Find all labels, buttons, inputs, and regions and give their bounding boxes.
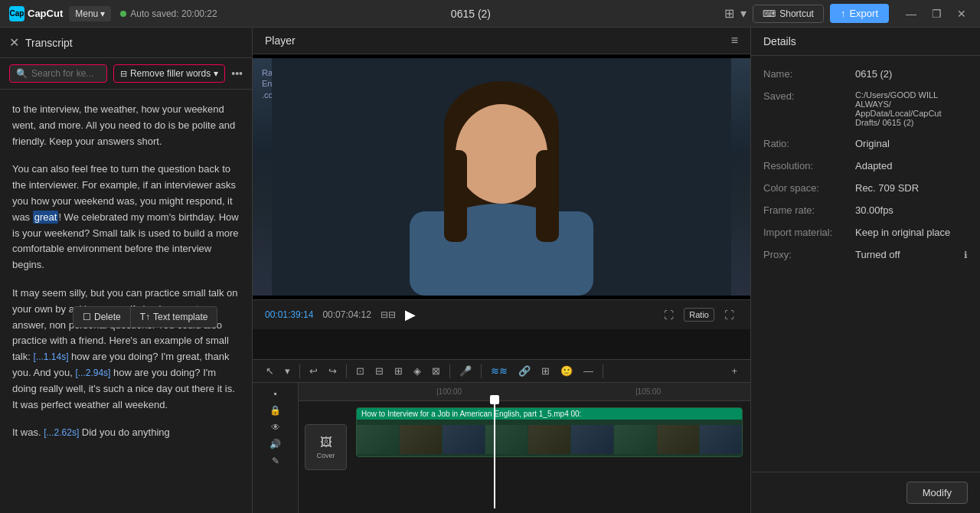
detail-value-proxy: Turned off bbox=[855, 249, 964, 260]
detail-label-framerate: Frame rate: bbox=[763, 204, 855, 216]
cover-label: Cover bbox=[316, 452, 335, 459]
timeline-sidebar: ▪ 🔒 👁 🔊 ✎ bbox=[253, 383, 299, 513]
delete-button[interactable]: ☐ Delete bbox=[74, 307, 131, 327]
ruler-mark-1: |100:00 bbox=[436, 387, 462, 396]
link-button[interactable]: 🔗 bbox=[514, 363, 534, 379]
detail-label-resolution: Resolution: bbox=[763, 160, 855, 172]
edit-button[interactable]: ✎ bbox=[256, 453, 295, 469]
text-template-icon: T↑ bbox=[140, 312, 150, 322]
toolbar-separator-3 bbox=[449, 364, 450, 378]
titlebar-right: ⊞ ▾ ⌨ Shortcut ↑ Export — ❐ ✕ bbox=[724, 4, 971, 23]
thumbnail-4 bbox=[485, 425, 528, 454]
timeline-toolbar: ↖ ▾ ↩ ↪ ⊡ ⊟ ⊞ ◈ ⊠ 🎤 ≋≋ 🔗 ⊞ 🙂 — + bbox=[253, 359, 750, 383]
player-menu-icon[interactable]: ≡ bbox=[731, 34, 738, 47]
lock-button[interactable]: 🔒 bbox=[256, 403, 295, 418]
project-title: 0615 (2) bbox=[217, 8, 725, 20]
detail-row-resolution: Resolution: Adapted bbox=[763, 160, 968, 172]
detail-value-import: Keep in original place bbox=[855, 227, 968, 238]
detail-value-name: 0615 (2) bbox=[855, 68, 968, 80]
transcript-close-button[interactable]: ✕ bbox=[9, 35, 19, 50]
clip-thumbnails bbox=[357, 425, 742, 454]
trim-right-button[interactable]: ⊞ bbox=[390, 363, 407, 379]
thumbnail-1 bbox=[357, 425, 399, 454]
transcript-paragraph-4: It was. [...2.62s] Did you do anything bbox=[12, 425, 240, 441]
visibility-button[interactable]: 👁 bbox=[256, 420, 295, 435]
thumbnail-5 bbox=[528, 425, 570, 454]
detail-label-ratio: Ratio: bbox=[763, 138, 855, 149]
detail-label-colorspace: Color space: bbox=[763, 182, 855, 194]
cover-button[interactable]: 🖼 How to Interview for a Job in American… bbox=[305, 424, 347, 470]
redo-button[interactable]: ↪ bbox=[325, 363, 341, 379]
remove-filler-words-button[interactable]: ⊟ Remove filler words ▾ bbox=[113, 64, 225, 83]
detail-row-ratio: Ratio: Original bbox=[763, 138, 968, 149]
timeline-clip[interactable]: How to Interview for a Job in American E… bbox=[356, 407, 743, 457]
fullscreen-button[interactable]: ⛶ bbox=[720, 308, 738, 322]
ruler-mark-2: |105:00 bbox=[635, 387, 661, 396]
transcript-paragraph-1: to the interview, the weather, how your … bbox=[12, 102, 240, 149]
keyframe-button[interactable]: ◈ bbox=[410, 363, 425, 379]
clip-label: How to Interview for a Job in American E… bbox=[357, 408, 742, 420]
svg-point-4 bbox=[456, 104, 547, 204]
transcript-paragraph-2: You can also feel free to turn the quest… bbox=[12, 162, 240, 273]
export-button[interactable]: ↑ Export bbox=[830, 4, 889, 23]
timeline-main: |100:00 |105:00 |10:00 🖼 How to Intervie… bbox=[299, 383, 750, 513]
snap-button[interactable]: ⊞ bbox=[537, 363, 554, 379]
detail-value-ratio: Original bbox=[855, 138, 968, 149]
select-tool-button[interactable]: ↖ bbox=[262, 363, 278, 379]
minimize-button[interactable]: — bbox=[901, 6, 921, 21]
playhead-top bbox=[490, 395, 499, 404]
audio-waveform-button[interactable]: ≋≋ bbox=[487, 363, 511, 379]
controls-right: ⛶ Ratio ⛶ bbox=[660, 308, 738, 322]
zoom-out-button[interactable]: + bbox=[727, 363, 741, 379]
close-button[interactable]: ✕ bbox=[952, 6, 971, 21]
monitor-icon: ⊞ bbox=[724, 6, 734, 21]
trim-left-button[interactable]: ⊟ bbox=[371, 363, 387, 379]
window-controls: — ❐ ✕ bbox=[901, 6, 971, 21]
player-area: Player ≡ Rachels English .com bbox=[253, 28, 750, 359]
ratio-button[interactable]: Ratio bbox=[684, 308, 714, 322]
video-placeholder: Rachels English .com bbox=[253, 58, 750, 296]
transcript-header: ✕ Transcript bbox=[0, 28, 252, 58]
detail-value-framerate: 30.00fps bbox=[855, 204, 968, 216]
logo-icon: Cap bbox=[9, 6, 24, 21]
person-svg bbox=[253, 58, 750, 296]
chevron-down-icon: ▾ bbox=[740, 6, 746, 21]
toolbar-separator-1 bbox=[299, 364, 300, 378]
detail-label-saved: Saved: bbox=[763, 90, 855, 127]
crop-button[interactable]: ⛶ bbox=[660, 308, 678, 322]
search-input[interactable] bbox=[31, 68, 100, 79]
audio-button[interactable]: 🔊 bbox=[256, 436, 295, 452]
more-options-button[interactable]: ••• bbox=[231, 67, 243, 80]
undo-button[interactable]: ↩ bbox=[305, 363, 322, 379]
keyboard-icon: ⌨ bbox=[763, 8, 776, 19]
timeline-area: ▪ 🔒 👁 🔊 ✎ |100:00 |105:00 |10:00 bbox=[253, 383, 750, 513]
record-button[interactable]: 🎤 bbox=[456, 363, 475, 379]
play-button[interactable]: ▶ bbox=[405, 306, 416, 323]
thumbnail-2 bbox=[400, 425, 442, 454]
select-arrow[interactable]: ▾ bbox=[281, 363, 294, 379]
maximize-button[interactable]: ❐ bbox=[927, 6, 946, 21]
timeline-side-btn-1[interactable]: ▪ bbox=[256, 386, 295, 401]
delete-clip-button[interactable]: ⊠ bbox=[428, 363, 444, 379]
search-icon: 🔍 bbox=[16, 68, 28, 79]
timeline-playhead[interactable] bbox=[494, 401, 495, 508]
time-tag-3: [...2.62s] bbox=[44, 427, 79, 438]
modify-button[interactable]: Modify bbox=[906, 482, 968, 504]
transcript-toolbar: 🔍 ⊟ Remove filler words ▾ ••• bbox=[0, 58, 252, 90]
details-title: Details bbox=[763, 35, 796, 47]
highlight-word[interactable]: great bbox=[33, 211, 59, 224]
info-icon[interactable]: ℹ bbox=[964, 250, 968, 260]
toolbar-separator-5 bbox=[603, 364, 603, 378]
speed-button[interactable]: — bbox=[580, 363, 597, 379]
menu-button[interactable]: Menu ▾ bbox=[69, 6, 111, 21]
text-template-button[interactable]: T↑ Text template bbox=[131, 307, 217, 327]
chapters-icon: ⊟⊟ bbox=[381, 309, 396, 320]
toolbar-separator-4 bbox=[481, 364, 482, 378]
detail-label-proxy: Proxy: bbox=[763, 249, 855, 260]
emoji-button[interactable]: 🙂 bbox=[557, 363, 577, 379]
titlebar: Cap CapCut Menu ▾ Auto saved: 20:00:22 0… bbox=[0, 0, 980, 28]
shortcut-button[interactable]: ⌨ Shortcut bbox=[753, 5, 824, 23]
search-box[interactable]: 🔍 bbox=[9, 64, 107, 83]
player-controls: 00:01:39:14 00:07:04:12 ⊟⊟ ▶ ⛶ Ratio ⛶ bbox=[253, 299, 750, 329]
split-button[interactable]: ⊡ bbox=[352, 363, 368, 379]
